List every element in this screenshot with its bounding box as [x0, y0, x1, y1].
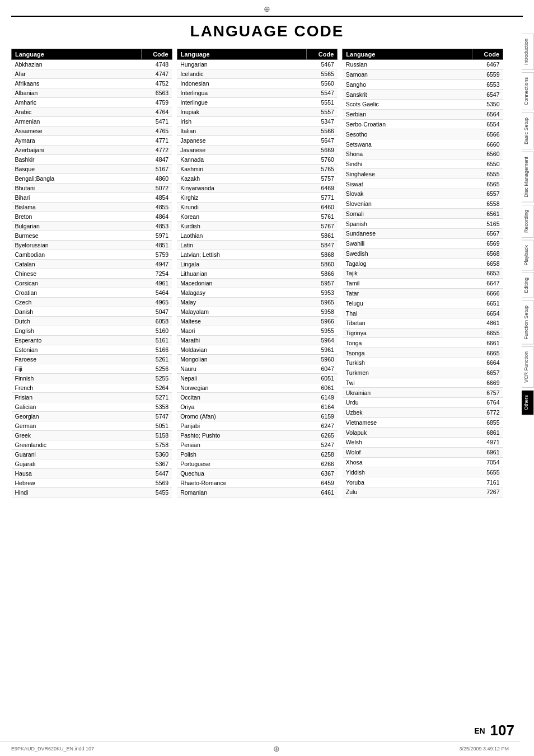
- table-row: Fiji5256: [12, 364, 172, 374]
- language-cell: Malayalam: [177, 307, 307, 317]
- table-row: Ukrainian6757: [343, 388, 503, 398]
- code-cell: 6666: [472, 288, 503, 298]
- code-cell: 4772: [141, 145, 172, 155]
- language-cell: Afrikaans: [12, 79, 142, 88]
- table-row: Faroese5261: [12, 355, 172, 364]
- table-row: Italian5566: [177, 126, 338, 136]
- language-cell: Panjabi: [177, 421, 307, 431]
- code-cell: 5271: [141, 393, 172, 402]
- code-cell: 6653: [472, 269, 503, 279]
- language-cell: Sundanese: [343, 229, 472, 239]
- code-cell: 6558: [472, 199, 503, 209]
- language-cell: Bhutani: [12, 184, 142, 193]
- code-cell: 5158: [141, 431, 172, 440]
- table-row: Wolof6961: [343, 447, 503, 457]
- language-cell: Chinese: [12, 269, 142, 279]
- sidebar-tab-connections[interactable]: Connections: [522, 72, 534, 110]
- language-cell: French: [12, 383, 142, 393]
- sidebar-tab-editing[interactable]: Editing: [522, 273, 534, 298]
- code-cell: 6569: [472, 238, 503, 248]
- code-cell: 6247: [307, 421, 338, 431]
- sidebar-tab-vcr-function[interactable]: VCR Function: [522, 346, 534, 388]
- table-row: Tagalog6658: [343, 259, 503, 269]
- code-cell: 5464: [141, 288, 172, 298]
- language-cell: Aymara: [12, 136, 142, 145]
- language-cell: Marathi: [177, 336, 307, 345]
- code-cell: 5560: [307, 79, 338, 88]
- sidebar-tab-introduction[interactable]: Introduction: [522, 34, 534, 70]
- language-cell: Galician: [12, 402, 142, 412]
- code-cell: 5955: [307, 326, 338, 336]
- code-cell: 5760: [307, 155, 338, 165]
- table-row: Welsh4971: [343, 438, 503, 448]
- code-cell: 5868: [307, 250, 338, 260]
- code-cell: 5759: [141, 250, 172, 260]
- language-cell: Korean: [177, 212, 307, 222]
- table-row: English5160: [12, 326, 172, 336]
- code-cell: 4965: [141, 298, 172, 307]
- sidebar-tab-basic-setup[interactable]: Basic Setup: [522, 112, 534, 149]
- table-row: Pashto; Pushto6265: [177, 431, 338, 440]
- code-cell: 5047: [141, 307, 172, 317]
- language-cell: Bislama: [12, 203, 142, 212]
- code-cell: 6367: [307, 469, 338, 478]
- table-row: Irish5347: [177, 117, 338, 126]
- language-cell: Turkmen: [343, 368, 472, 378]
- language-cell: Lithuanian: [177, 269, 307, 279]
- language-cell: Kannada: [177, 155, 307, 165]
- top-crosshair: ⊕: [0, 0, 534, 16]
- language-cell: Greenlandic: [12, 440, 142, 450]
- code-cell: 4851: [141, 241, 172, 250]
- sidebar-tab-others[interactable]: Others: [522, 390, 534, 415]
- sidebar-tab-recording[interactable]: Recording: [522, 205, 534, 238]
- code-cell: 5758: [141, 440, 172, 450]
- language-cell: Laothian: [177, 231, 307, 241]
- table-row: Volapuk6861: [343, 428, 503, 438]
- language-cell: Interlingue: [177, 98, 307, 107]
- language-cell: Welsh: [343, 438, 472, 448]
- sidebar-tab-playback[interactable]: Playback: [522, 240, 534, 271]
- sidebar-tab-disc-management[interactable]: Disc Management: [522, 152, 534, 203]
- code-cell: 5669: [307, 145, 338, 155]
- code-cell: 5647: [307, 136, 338, 145]
- table-row: Esperanto5161: [12, 336, 172, 345]
- table-row: Uzbek6772: [343, 407, 503, 417]
- table-row: Occitan6149: [177, 393, 338, 402]
- code-cell: 5360: [141, 450, 172, 459]
- language-cell: Latvian; Lettish: [177, 250, 307, 260]
- table-row: Malay5965: [177, 298, 338, 307]
- language-cell: Esperanto: [12, 336, 142, 345]
- table-row: Guarani5360: [12, 450, 172, 459]
- table-row: Kirghiz5771: [177, 193, 338, 203]
- language-cell: Afar: [12, 69, 142, 79]
- language-cell: Croatian: [12, 288, 142, 298]
- language-cell: Japanese: [177, 136, 307, 145]
- code-cell: 5350: [472, 100, 503, 110]
- code-cell: 4853: [141, 222, 172, 231]
- table-row: Persian5247: [177, 440, 338, 450]
- language-cell: Hindi: [12, 488, 142, 497]
- date-info: 3/25/2009 3:49:12 PM: [459, 746, 509, 752]
- code-cell: 6563: [141, 88, 172, 98]
- language-cell: Frisian: [12, 393, 142, 402]
- table-row: Norwegian6061: [177, 383, 338, 393]
- code-cell: 6559: [472, 69, 503, 79]
- language-cell: Faroese: [12, 355, 142, 364]
- language-cell: Ukrainian: [343, 388, 472, 398]
- table-row: Sundanese6567: [343, 229, 503, 239]
- code-cell: 5447: [141, 469, 172, 478]
- table-row: French5264: [12, 383, 172, 393]
- table-row: Polish6258: [177, 450, 338, 459]
- table-row: Zulu7267: [343, 487, 503, 497]
- sidebar-tab-function-setup[interactable]: Function Setup: [522, 300, 534, 345]
- table-row: Cambodian5759: [12, 250, 172, 260]
- language-cell: Basque: [12, 165, 142, 174]
- code-cell: 5958: [307, 307, 338, 317]
- table-row: Hindi5455: [12, 488, 172, 497]
- language-cell: Italian: [177, 126, 307, 136]
- language-cell: Moldavian: [177, 345, 307, 355]
- language-cell: Romanian: [177, 488, 307, 497]
- code-cell: 6664: [472, 358, 503, 368]
- table-row: Bihari4854: [12, 193, 172, 203]
- code-cell: 4759: [141, 98, 172, 107]
